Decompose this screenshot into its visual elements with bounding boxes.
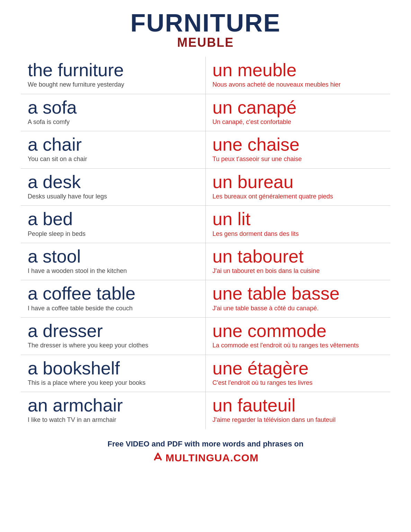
french-sentence-6: J'ai une table basse à côté du canapé. [213,304,384,312]
french-sentence-4: Les gens dorment dans des lits [213,230,384,238]
english-sentence-9: I like to watch TV in an armchair [28,416,198,424]
english-word-3: a desk [28,172,198,192]
footer-logo: MULTINGUA.COM [108,451,304,465]
french-word-1: un canapé [213,98,384,117]
english-word-0: the furniture [28,60,198,80]
english-sentence-5: I have a wooden stool in the kitchen [28,267,198,275]
english-word-2: a chair [28,135,198,154]
vocab-entry-en-6: a coffee tableI have a coffee table besi… [21,280,206,318]
english-sentence-3: Desks usually have four legs [28,193,198,201]
page-subtitle: MEUBLE [177,35,234,50]
english-sentence-8: This is a place where you keep your book… [28,379,198,387]
english-word-4: a bed [28,209,198,229]
vocab-entry-en-9: an armchairI like to watch TV in an armc… [21,392,206,429]
french-word-0: un meuble [213,60,384,80]
vocab-entry-fr-4: un litLes gens dorment dans des lits [206,206,391,243]
vocab-entry-fr-8: une étagèreC'est l'endroit où tu ranges … [206,355,391,392]
french-word-3: un bureau [213,172,384,192]
vocab-entry-fr-5: un tabouretJ'ai un tabouret en bois dans… [206,243,391,281]
french-sentence-9: J'aime regarder la télévision dans un fa… [213,416,384,424]
french-sentence-5: J'ai un tabouret en bois dans la cuisine [213,267,384,275]
logo-icon [152,451,163,465]
vocabulary-grid: the furnitureWe bought new furniture yes… [21,57,390,429]
vocab-entry-fr-3: un bureauLes bureaux ont généralement qu… [206,169,391,206]
vocab-entry-fr-2: une chaiseTu peux t'asseoir sur une chai… [206,131,391,169]
english-sentence-2: You can sit on a chair [28,155,198,163]
footer-text: Free VIDEO and PDF with more words and p… [108,440,304,449]
page-title: FURNITURE [131,10,281,35]
french-sentence-7: La commode est l'endroit où tu ranges te… [213,342,384,349]
vocab-entry-fr-7: une commodeLa commode est l'endroit où t… [206,318,391,355]
vocab-entry-fr-9: un fauteuilJ'aime regarder la télévision… [206,392,391,429]
french-word-9: un fauteuil [213,396,384,415]
vocab-entry-en-2: a chairYou can sit on a chair [21,131,206,169]
vocab-entry-en-3: a deskDesks usually have four legs [21,169,206,206]
french-sentence-8: C'est l'endroit où tu ranges tes livres [213,379,384,387]
vocab-entry-en-7: a dresserThe dresser is where you keep y… [21,318,206,355]
vocab-entry-en-5: a stoolI have a wooden stool in the kitc… [21,243,206,281]
english-word-6: a coffee table [28,284,198,303]
english-word-9: an armchair [28,396,198,415]
vocab-entry-fr-1: un canapéUn canapé, c'est confortable [206,94,391,132]
french-sentence-0: Nous avons acheté de nouveaux meubles hi… [213,81,384,89]
french-sentence-2: Tu peux t'asseoir sur une chaise [213,155,384,163]
french-sentence-1: Un canapé, c'est confortable [213,118,384,126]
french-word-7: une commode [213,321,384,341]
french-sentence-3: Les bureaux ont généralement quatre pied… [213,193,384,201]
french-word-8: une étagère [213,358,384,378]
vocab-entry-fr-6: une table basseJ'ai une table basse à cô… [206,280,391,318]
english-sentence-0: We bought new furniture yesterday [28,81,198,89]
english-sentence-1: A sofa is comfy [28,118,198,126]
english-word-8: a bookshelf [28,358,198,378]
english-word-1: a sofa [28,98,198,117]
french-word-4: un lit [213,209,384,229]
english-sentence-4: People sleep in beds [28,230,198,238]
french-word-5: un tabouret [213,247,384,266]
english-word-7: a dresser [28,321,198,341]
logo-text: MULTINGUA.COM [166,452,259,464]
vocab-entry-en-8: a bookshelfThis is a place where you kee… [21,355,206,392]
vocab-entry-fr-0: un meubleNous avons acheté de nouveaux m… [206,57,391,94]
english-sentence-6: I have a coffee table beside the couch [28,304,198,312]
french-word-6: une table basse [213,284,384,303]
english-sentence-7: The dresser is where you keep your cloth… [28,342,198,349]
french-word-2: une chaise [213,135,384,154]
vocab-entry-en-4: a bedPeople sleep in beds [21,206,206,243]
footer: Free VIDEO and PDF with more words and p… [108,440,304,465]
vocab-entry-en-0: the furnitureWe bought new furniture yes… [21,57,206,94]
english-word-5: a stool [28,247,198,266]
vocab-entry-en-1: a sofaA sofa is comfy [21,94,206,132]
